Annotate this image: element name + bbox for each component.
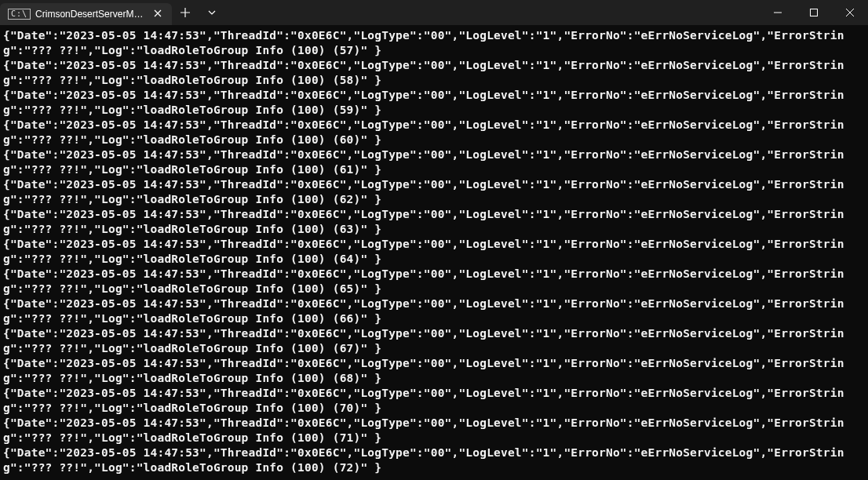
log-line: {"Date":"2023-05-05 14:47:53","ThreadId"… xyxy=(3,445,865,475)
tab-strip: C:\ CrimsonDesertServerManager xyxy=(0,0,760,25)
close-icon xyxy=(154,9,162,17)
window-titlebar: C:\ CrimsonDesertServerManager xyxy=(0,0,868,25)
log-line: {"Date":"2023-05-05 14:47:53","ThreadId"… xyxy=(3,58,865,88)
svg-rect-0 xyxy=(811,9,818,16)
window-close-button[interactable] xyxy=(832,0,868,25)
minimize-button[interactable] xyxy=(760,0,796,25)
new-tab-button[interactable] xyxy=(172,0,199,25)
close-tab-button[interactable] xyxy=(150,7,166,21)
terminal-icon: C:\ xyxy=(8,9,31,20)
chevron-down-icon xyxy=(208,9,216,16)
log-line: {"Date":"2023-05-05 14:47:53","ThreadId"… xyxy=(3,386,865,416)
log-line: {"Date":"2023-05-05 14:47:53","ThreadId"… xyxy=(3,28,865,58)
log-line: {"Date":"2023-05-05 14:47:53","ThreadId"… xyxy=(3,118,865,147)
log-line: {"Date":"2023-05-05 14:47:53","ThreadId"… xyxy=(3,207,865,237)
log-line: {"Date":"2023-05-05 14:47:53","ThreadId"… xyxy=(3,416,865,445)
minimize-icon xyxy=(774,9,782,16)
log-line: {"Date":"2023-05-05 14:47:53","ThreadId"… xyxy=(3,177,865,207)
log-line: {"Date":"2023-05-05 14:47:53","ThreadId"… xyxy=(3,296,865,326)
log-line: {"Date":"2023-05-05 14:47:53","ThreadId"… xyxy=(3,356,865,386)
maximize-button[interactable] xyxy=(796,0,832,25)
tab-title: CrimsonDesertServerManager xyxy=(35,9,145,20)
plus-icon xyxy=(181,8,190,17)
log-line: {"Date":"2023-05-05 14:47:53","ThreadId"… xyxy=(3,237,865,267)
window-controls xyxy=(760,0,868,25)
log-line: {"Date":"2023-05-05 14:47:53","ThreadId"… xyxy=(3,326,865,356)
maximize-icon xyxy=(810,9,818,16)
terminal-output[interactable]: {"Date":"2023-05-05 14:47:53","ThreadId"… xyxy=(0,25,868,475)
active-tab[interactable]: C:\ CrimsonDesertServerManager xyxy=(0,3,172,25)
log-line: {"Date":"2023-05-05 14:47:53","ThreadId"… xyxy=(3,88,865,118)
close-icon xyxy=(846,9,854,16)
log-line: {"Date":"2023-05-05 14:47:53","ThreadId"… xyxy=(3,147,865,177)
tab-dropdown-button[interactable] xyxy=(199,0,225,25)
log-line: {"Date":"2023-05-05 14:47:53","ThreadId"… xyxy=(3,267,865,296)
